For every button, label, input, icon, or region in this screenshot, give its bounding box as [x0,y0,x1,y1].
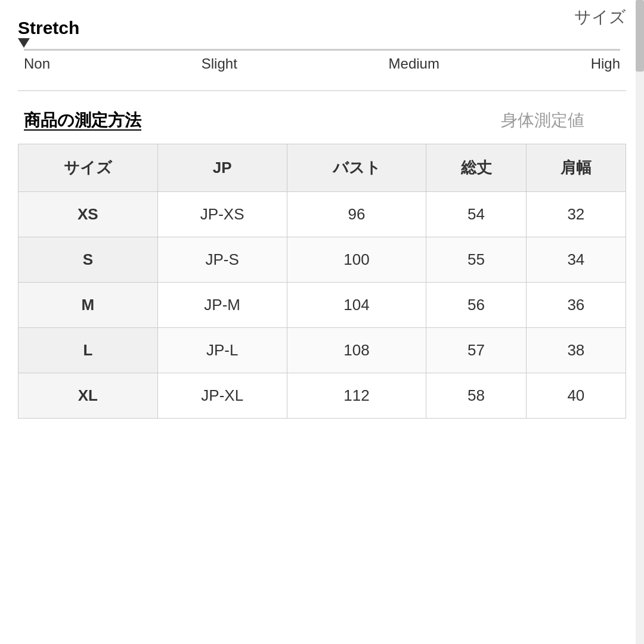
label-non: Non [24,55,50,72]
table-row: XLJP-XL1125840 [18,373,626,419]
col-header-bust: バスト [287,144,426,192]
stretch-title: Stretch [18,18,626,38]
top-right-size-label: サイズ [574,0,626,35]
table-row: MJP-M1045636 [18,283,626,328]
table-cell: 100 [287,237,426,283]
table-cell: XS [18,192,158,237]
table-cell: JP-S [157,237,287,283]
table-row: XSJP-XS965432 [18,192,626,237]
section-headers: 商品の測定方法 身体測定値 [18,109,626,132]
scrollbar-thumb[interactable] [636,0,644,72]
table-cell: 38 [526,328,626,373]
table-cell: 57 [426,328,526,373]
table-cell: 40 [526,373,626,419]
table-cell: L [18,328,158,373]
body-measurement-header: 身体測定値 [501,109,584,132]
table-cell: JP-M [157,283,287,328]
stretch-section: Stretch Non Slight Medium High [18,18,626,72]
table-cell: 54 [426,192,526,237]
section-divider [18,90,626,91]
label-medium: Medium [389,55,439,72]
label-high: High [591,55,620,72]
col-header-length: 総丈 [426,144,526,192]
table-cell: 36 [526,283,626,328]
table-header-row: サイズ JP バスト 総丈 肩幅 [18,144,626,192]
table-cell: JP-XL [157,373,287,419]
slider-labels: Non Slight Medium High [24,55,620,72]
label-slight: Slight [202,55,237,72]
col-header-shoulder: 肩幅 [526,144,626,192]
measurement-method-header: 商品の測定方法 [24,109,141,132]
table-cell: JP-XS [157,192,287,237]
table-cell: 32 [526,192,626,237]
table-cell: XL [18,373,158,419]
scrollbar[interactable] [636,0,644,644]
table-cell: 58 [426,373,526,419]
slider-track [24,49,620,51]
page-container: サイズ Stretch Non Slight Medium High 商品の測定… [0,0,644,644]
table-cell: 96 [287,192,426,237]
table-cell: 55 [426,237,526,283]
table-cell: 104 [287,283,426,328]
table-cell: 112 [287,373,426,419]
slider-marker [18,38,30,48]
col-header-jp: JP [157,144,287,192]
table-cell: 56 [426,283,526,328]
table-cell: 108 [287,328,426,373]
stretch-slider: Non Slight Medium High [24,49,620,72]
table-cell: S [18,237,158,283]
table-cell: JP-L [157,328,287,373]
table-row: SJP-S1005534 [18,237,626,283]
table-cell: 34 [526,237,626,283]
size-table: サイズ JP バスト 総丈 肩幅 XSJP-XS965432SJP-S10055… [18,144,626,419]
table-row: LJP-L1085738 [18,328,626,373]
table-cell: M [18,283,158,328]
col-header-size: サイズ [18,144,158,192]
